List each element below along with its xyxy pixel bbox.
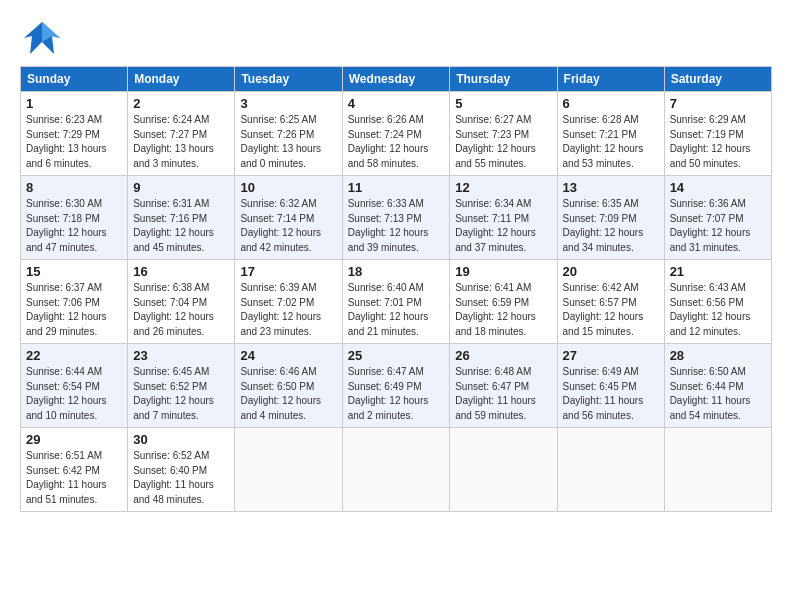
day-number: 19 bbox=[455, 264, 551, 279]
day-info: Sunrise: 6:36 AMSunset: 7:07 PMDaylight:… bbox=[670, 197, 766, 255]
day-cell: 21 Sunrise: 6:43 AMSunset: 6:56 PMDaylig… bbox=[664, 260, 771, 344]
day-number: 28 bbox=[670, 348, 766, 363]
header bbox=[20, 16, 772, 56]
day-info: Sunrise: 6:43 AMSunset: 6:56 PMDaylight:… bbox=[670, 281, 766, 339]
week-row-3: 15 Sunrise: 6:37 AMSunset: 7:06 PMDaylig… bbox=[21, 260, 772, 344]
day-info: Sunrise: 6:24 AMSunset: 7:27 PMDaylight:… bbox=[133, 113, 229, 171]
day-cell: 22 Sunrise: 6:44 AMSunset: 6:54 PMDaylig… bbox=[21, 344, 128, 428]
day-info: Sunrise: 6:42 AMSunset: 6:57 PMDaylight:… bbox=[563, 281, 659, 339]
week-row-1: 1 Sunrise: 6:23 AMSunset: 7:29 PMDayligh… bbox=[21, 92, 772, 176]
day-cell bbox=[664, 428, 771, 512]
day-number: 24 bbox=[240, 348, 336, 363]
day-cell: 23 Sunrise: 6:45 AMSunset: 6:52 PMDaylig… bbox=[128, 344, 235, 428]
day-cell: 5 Sunrise: 6:27 AMSunset: 7:23 PMDayligh… bbox=[450, 92, 557, 176]
day-info: Sunrise: 6:30 AMSunset: 7:18 PMDaylight:… bbox=[26, 197, 122, 255]
day-cell: 10 Sunrise: 6:32 AMSunset: 7:14 PMDaylig… bbox=[235, 176, 342, 260]
day-number: 10 bbox=[240, 180, 336, 195]
day-info: Sunrise: 6:25 AMSunset: 7:26 PMDaylight:… bbox=[240, 113, 336, 171]
day-info: Sunrise: 6:41 AMSunset: 6:59 PMDaylight:… bbox=[455, 281, 551, 339]
day-info: Sunrise: 6:48 AMSunset: 6:47 PMDaylight:… bbox=[455, 365, 551, 423]
day-number: 15 bbox=[26, 264, 122, 279]
day-number: 9 bbox=[133, 180, 229, 195]
column-header-friday: Friday bbox=[557, 67, 664, 92]
day-number: 27 bbox=[563, 348, 659, 363]
day-info: Sunrise: 6:27 AMSunset: 7:23 PMDaylight:… bbox=[455, 113, 551, 171]
day-number: 18 bbox=[348, 264, 445, 279]
day-info: Sunrise: 6:44 AMSunset: 6:54 PMDaylight:… bbox=[26, 365, 122, 423]
day-info: Sunrise: 6:23 AMSunset: 7:29 PMDaylight:… bbox=[26, 113, 122, 171]
logo bbox=[20, 20, 66, 56]
day-cell: 18 Sunrise: 6:40 AMSunset: 7:01 PMDaylig… bbox=[342, 260, 450, 344]
day-number: 30 bbox=[133, 432, 229, 447]
day-cell: 1 Sunrise: 6:23 AMSunset: 7:29 PMDayligh… bbox=[21, 92, 128, 176]
day-info: Sunrise: 6:29 AMSunset: 7:19 PMDaylight:… bbox=[670, 113, 766, 171]
day-cell: 20 Sunrise: 6:42 AMSunset: 6:57 PMDaylig… bbox=[557, 260, 664, 344]
day-number: 8 bbox=[26, 180, 122, 195]
week-row-4: 22 Sunrise: 6:44 AMSunset: 6:54 PMDaylig… bbox=[21, 344, 772, 428]
day-number: 13 bbox=[563, 180, 659, 195]
day-cell: 12 Sunrise: 6:34 AMSunset: 7:11 PMDaylig… bbox=[450, 176, 557, 260]
column-header-tuesday: Tuesday bbox=[235, 67, 342, 92]
week-row-5: 29 Sunrise: 6:51 AMSunset: 6:42 PMDaylig… bbox=[21, 428, 772, 512]
day-number: 11 bbox=[348, 180, 445, 195]
day-info: Sunrise: 6:37 AMSunset: 7:06 PMDaylight:… bbox=[26, 281, 122, 339]
day-cell: 9 Sunrise: 6:31 AMSunset: 7:16 PMDayligh… bbox=[128, 176, 235, 260]
day-number: 6 bbox=[563, 96, 659, 111]
day-info: Sunrise: 6:47 AMSunset: 6:49 PMDaylight:… bbox=[348, 365, 445, 423]
day-info: Sunrise: 6:46 AMSunset: 6:50 PMDaylight:… bbox=[240, 365, 336, 423]
day-cell bbox=[235, 428, 342, 512]
column-header-saturday: Saturday bbox=[664, 67, 771, 92]
day-info: Sunrise: 6:35 AMSunset: 7:09 PMDaylight:… bbox=[563, 197, 659, 255]
day-info: Sunrise: 6:40 AMSunset: 7:01 PMDaylight:… bbox=[348, 281, 445, 339]
day-cell: 30 Sunrise: 6:52 AMSunset: 6:40 PMDaylig… bbox=[128, 428, 235, 512]
column-header-wednesday: Wednesday bbox=[342, 67, 450, 92]
day-number: 2 bbox=[133, 96, 229, 111]
day-number: 12 bbox=[455, 180, 551, 195]
day-number: 17 bbox=[240, 264, 336, 279]
day-cell: 3 Sunrise: 6:25 AMSunset: 7:26 PMDayligh… bbox=[235, 92, 342, 176]
calendar-header-row: SundayMondayTuesdayWednesdayThursdayFrid… bbox=[21, 67, 772, 92]
day-cell: 26 Sunrise: 6:48 AMSunset: 6:47 PMDaylig… bbox=[450, 344, 557, 428]
day-info: Sunrise: 6:49 AMSunset: 6:45 PMDaylight:… bbox=[563, 365, 659, 423]
column-header-sunday: Sunday bbox=[21, 67, 128, 92]
day-info: Sunrise: 6:39 AMSunset: 7:02 PMDaylight:… bbox=[240, 281, 336, 339]
day-cell: 29 Sunrise: 6:51 AMSunset: 6:42 PMDaylig… bbox=[21, 428, 128, 512]
day-info: Sunrise: 6:52 AMSunset: 6:40 PMDaylight:… bbox=[133, 449, 229, 507]
day-info: Sunrise: 6:26 AMSunset: 7:24 PMDaylight:… bbox=[348, 113, 445, 171]
day-info: Sunrise: 6:45 AMSunset: 6:52 PMDaylight:… bbox=[133, 365, 229, 423]
day-number: 25 bbox=[348, 348, 445, 363]
day-number: 14 bbox=[670, 180, 766, 195]
day-info: Sunrise: 6:38 AMSunset: 7:04 PMDaylight:… bbox=[133, 281, 229, 339]
column-header-monday: Monday bbox=[128, 67, 235, 92]
day-info: Sunrise: 6:32 AMSunset: 7:14 PMDaylight:… bbox=[240, 197, 336, 255]
day-number: 22 bbox=[26, 348, 122, 363]
day-number: 4 bbox=[348, 96, 445, 111]
day-cell: 25 Sunrise: 6:47 AMSunset: 6:49 PMDaylig… bbox=[342, 344, 450, 428]
day-number: 20 bbox=[563, 264, 659, 279]
day-info: Sunrise: 6:33 AMSunset: 7:13 PMDaylight:… bbox=[348, 197, 445, 255]
logo-icon bbox=[22, 20, 62, 56]
column-header-thursday: Thursday bbox=[450, 67, 557, 92]
week-row-2: 8 Sunrise: 6:30 AMSunset: 7:18 PMDayligh… bbox=[21, 176, 772, 260]
day-cell: 24 Sunrise: 6:46 AMSunset: 6:50 PMDaylig… bbox=[235, 344, 342, 428]
day-number: 26 bbox=[455, 348, 551, 363]
day-number: 29 bbox=[26, 432, 122, 447]
day-number: 1 bbox=[26, 96, 122, 111]
day-cell: 6 Sunrise: 6:28 AMSunset: 7:21 PMDayligh… bbox=[557, 92, 664, 176]
day-cell: 2 Sunrise: 6:24 AMSunset: 7:27 PMDayligh… bbox=[128, 92, 235, 176]
day-cell: 13 Sunrise: 6:35 AMSunset: 7:09 PMDaylig… bbox=[557, 176, 664, 260]
day-number: 21 bbox=[670, 264, 766, 279]
day-number: 7 bbox=[670, 96, 766, 111]
day-number: 3 bbox=[240, 96, 336, 111]
day-cell: 17 Sunrise: 6:39 AMSunset: 7:02 PMDaylig… bbox=[235, 260, 342, 344]
day-info: Sunrise: 6:51 AMSunset: 6:42 PMDaylight:… bbox=[26, 449, 122, 507]
day-cell: 14 Sunrise: 6:36 AMSunset: 7:07 PMDaylig… bbox=[664, 176, 771, 260]
day-cell: 7 Sunrise: 6:29 AMSunset: 7:19 PMDayligh… bbox=[664, 92, 771, 176]
day-cell: 15 Sunrise: 6:37 AMSunset: 7:06 PMDaylig… bbox=[21, 260, 128, 344]
day-info: Sunrise: 6:28 AMSunset: 7:21 PMDaylight:… bbox=[563, 113, 659, 171]
day-cell: 11 Sunrise: 6:33 AMSunset: 7:13 PMDaylig… bbox=[342, 176, 450, 260]
day-cell bbox=[450, 428, 557, 512]
day-cell: 8 Sunrise: 6:30 AMSunset: 7:18 PMDayligh… bbox=[21, 176, 128, 260]
day-cell bbox=[342, 428, 450, 512]
day-info: Sunrise: 6:34 AMSunset: 7:11 PMDaylight:… bbox=[455, 197, 551, 255]
